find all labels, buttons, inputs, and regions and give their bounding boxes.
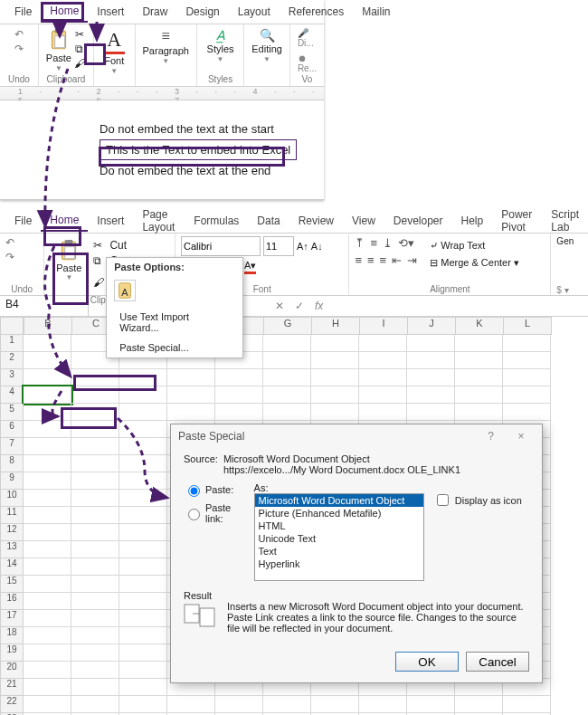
- cell[interactable]: [407, 352, 455, 369]
- row-header[interactable]: 21: [0, 679, 24, 696]
- column-header[interactable]: L: [504, 317, 552, 335]
- align-top-icon[interactable]: ⤒: [355, 236, 365, 250]
- chevron-down-icon[interactable]: ▼: [65, 273, 72, 281]
- cell[interactable]: [71, 662, 119, 679]
- cell[interactable]: [24, 662, 71, 679]
- cell[interactable]: [119, 438, 167, 455]
- cell[interactable]: [503, 352, 551, 369]
- cell[interactable]: [24, 507, 71, 524]
- cell[interactable]: [71, 576, 119, 593]
- cell[interactable]: [24, 644, 71, 662]
- column-header[interactable]: I: [360, 317, 408, 335]
- cell[interactable]: [407, 386, 455, 404]
- cell[interactable]: [71, 627, 119, 644]
- cell[interactable]: [24, 696, 71, 713]
- cell[interactable]: [359, 335, 407, 352]
- cell[interactable]: [119, 558, 167, 576]
- cell[interactable]: [167, 696, 215, 713]
- cell[interactable]: [119, 679, 167, 696]
- cell[interactable]: [24, 455, 71, 472]
- cell[interactable]: [119, 507, 167, 524]
- cell[interactable]: [455, 386, 503, 404]
- cell[interactable]: [71, 610, 119, 627]
- undo-icon[interactable]: ↶: [14, 28, 24, 41]
- paragraph-group-button[interactable]: ≡ Paragraph ▼: [143, 28, 189, 65]
- tab-script-lab[interactable]: Script Lab: [542, 205, 588, 237]
- row-header[interactable]: 6: [0, 421, 24, 438]
- row-header[interactable]: 20: [0, 662, 24, 679]
- cancel-button[interactable]: Cancel: [466, 652, 529, 672]
- cell[interactable]: [71, 524, 119, 541]
- cell[interactable]: [71, 369, 119, 386]
- row-header[interactable]: 3: [0, 369, 24, 386]
- cell[interactable]: [24, 352, 71, 369]
- cell[interactable]: [71, 696, 119, 713]
- cell[interactable]: [503, 386, 551, 404]
- tab-review[interactable]: Review: [289, 211, 343, 231]
- list-item[interactable]: Microsoft Word Document Object: [255, 494, 423, 507]
- cell[interactable]: [71, 421, 119, 438]
- cell[interactable]: [71, 644, 119, 662]
- cell[interactable]: [71, 507, 119, 524]
- tab-data[interactable]: Data: [248, 211, 289, 231]
- cell[interactable]: [119, 662, 167, 679]
- tab-file[interactable]: File: [5, 211, 41, 231]
- cell[interactable]: [263, 335, 311, 352]
- cell[interactable]: [359, 369, 407, 386]
- cell[interactable]: [119, 369, 167, 386]
- tab-design[interactable]: Design: [176, 2, 228, 22]
- cut-icon[interactable]: ✂: [73, 28, 86, 41]
- cell[interactable]: [71, 455, 119, 472]
- cell[interactable]: [407, 369, 455, 386]
- row-header[interactable]: 5: [0, 404, 24, 421]
- row-header[interactable]: 17: [0, 610, 24, 627]
- row-header[interactable]: 12: [0, 524, 24, 541]
- cell[interactable]: [24, 576, 71, 593]
- cell[interactable]: [24, 627, 71, 644]
- cell[interactable]: [311, 369, 359, 386]
- tab-formulas[interactable]: Formulas: [185, 211, 248, 231]
- cell[interactable]: [407, 335, 455, 352]
- tab-power-pivot[interactable]: Power Pivot: [492, 205, 542, 237]
- font-size-input[interactable]: [263, 236, 294, 256]
- cell[interactable]: [119, 455, 167, 472]
- undo-icon[interactable]: ↶: [5, 236, 38, 249]
- doc-line-1[interactable]: Do not embed the text at the start: [100, 119, 324, 139]
- decrease-font-icon[interactable]: A↓: [311, 241, 323, 252]
- cell[interactable]: [71, 472, 119, 490]
- copy-icon[interactable]: ⧉: [73, 43, 86, 55]
- row-header[interactable]: 11: [0, 507, 24, 524]
- row-header[interactable]: 22: [0, 696, 24, 713]
- cell[interactable]: [311, 696, 359, 713]
- cell[interactable]: [119, 627, 167, 644]
- cell[interactable]: [455, 352, 503, 369]
- cell[interactable]: [24, 541, 71, 558]
- display-as-icon-checkbox[interactable]: Display as icon: [433, 491, 529, 509]
- paste-radio[interactable]: Paste:: [184, 482, 245, 497]
- list-item[interactable]: Picture (Enhanced Metafile): [255, 507, 423, 520]
- ok-button[interactable]: OK: [395, 652, 459, 672]
- cell[interactable]: [24, 335, 71, 352]
- row-header[interactable]: 14: [0, 558, 24, 576]
- cell[interactable]: [119, 386, 167, 404]
- row-header[interactable]: 15: [0, 576, 24, 593]
- cell[interactable]: [119, 593, 167, 610]
- tab-help[interactable]: Help: [452, 211, 493, 231]
- row-header[interactable]: 8: [0, 455, 24, 472]
- cell[interactable]: [359, 352, 407, 369]
- paste-button[interactable]: Paste ▼: [50, 236, 88, 295]
- tab-layout[interactable]: Layout: [229, 2, 280, 22]
- align-left-icon[interactable]: ≡: [355, 253, 362, 267]
- cell[interactable]: [455, 404, 503, 421]
- cell[interactable]: [24, 404, 71, 421]
- indent-inc-icon[interactable]: ⇥: [407, 253, 417, 267]
- indent-dec-icon[interactable]: ⇤: [392, 253, 402, 267]
- cell[interactable]: [215, 369, 263, 386]
- cell[interactable]: [263, 352, 311, 369]
- cell[interactable]: [503, 696, 551, 713]
- list-item[interactable]: Unicode Text: [255, 532, 423, 545]
- cell[interactable]: [71, 438, 119, 455]
- cell[interactable]: [71, 593, 119, 610]
- redo-icon[interactable]: ↷: [14, 43, 24, 55]
- number-format-button[interactable]: Gen: [556, 236, 583, 246]
